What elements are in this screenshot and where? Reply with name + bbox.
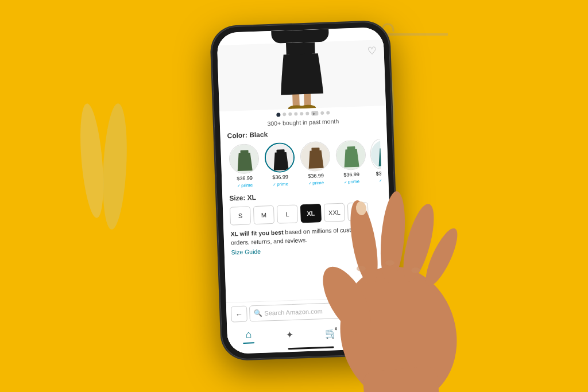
color-item-brown[interactable]: $36.99 ✓prime — [299, 141, 332, 186]
size-section: Size: XL S M L XL XXL 3XL — [229, 189, 384, 256]
home-active-indicator — [243, 342, 255, 344]
prime-badge-teal: ✓ — [378, 178, 381, 183]
phone-outer: ♡ ▶ — [211, 21, 400, 359]
prime-badge-green: ✓prime — [237, 183, 253, 188]
product-image-area: ♡ — [217, 40, 386, 111]
screen-content: ♡ ▶ — [216, 27, 394, 354]
size-selected-label: XL — [247, 193, 256, 202]
color-swatch-teal[interactable] — [370, 139, 382, 169]
color-price-green: $36.99 — [237, 175, 253, 181]
carousel-dot-5[interactable] — [300, 112, 303, 115]
nav-tab-menu[interactable]: ☰ — [369, 325, 378, 338]
carousel-dot-3[interactable] — [288, 112, 292, 115]
color-options: $36.99 ✓prime — [227, 139, 382, 188]
size-btn-l[interactable]: L — [277, 204, 298, 223]
phone: ♡ ▶ — [211, 21, 400, 359]
phone-screen: ♡ ▶ — [216, 27, 394, 354]
carousel-dot-play[interactable]: ▶ — [311, 111, 318, 115]
product-image — [274, 41, 328, 109]
hamburger-menu-icon: ☰ — [369, 325, 378, 338]
svg-rect-34 — [362, 366, 440, 392]
color-selected: Black — [249, 130, 268, 139]
ai-sparkle-icon: ✦ — [286, 329, 294, 340]
svg-rect-21 — [347, 146, 355, 150]
search-extras: ⊙ 🎤 — [368, 305, 384, 313]
color-item-green[interactable]: $36.99 ✓prime — [227, 143, 261, 188]
voice-search-icon[interactable]: 🎤 — [376, 305, 384, 313]
cart-badge: 0 — [332, 325, 339, 332]
nav-tab-home[interactable]: ⌂ — [243, 328, 255, 344]
svg-rect-19 — [311, 148, 319, 152]
color-price-brown: $36.99 — [308, 172, 324, 178]
size-btn-3xl[interactable]: 3XL — [347, 202, 369, 221]
color-swatch-brown[interactable] — [300, 141, 331, 172]
camera-search-icon[interactable]: ⊙ — [368, 305, 373, 313]
color-swatch-black[interactable] — [264, 142, 295, 173]
svg-rect-17 — [276, 149, 284, 154]
carousel-dot-4[interactable] — [294, 112, 297, 115]
color-price-teal: $36 — [376, 170, 381, 177]
carousel-dot-8[interactable] — [320, 111, 324, 114]
size-label: Size: XL — [229, 189, 382, 202]
size-btn-xl[interactable]: XL — [300, 204, 322, 223]
svg-point-32 — [411, 267, 420, 273]
scroll-content: Color: Black — [220, 126, 392, 302]
size-recommendation: XL will fit you best based on millions o… — [230, 224, 384, 247]
color-item-black[interactable]: $36.99 ✓prime — [263, 142, 297, 187]
color-price-black: $36.99 — [272, 174, 288, 180]
search-icon: 🔍 — [253, 309, 262, 317]
prime-badge-lightgreen: ✓prime — [344, 178, 359, 184]
home-icon: ⌂ — [245, 328, 252, 340]
svg-rect-13 — [286, 42, 315, 55]
search-bar[interactable]: 🔍 Search Amazon.com ⊙ 🎤 — [249, 301, 389, 321]
prime-badge-black: ✓prime — [273, 181, 288, 187]
svg-point-29 — [420, 224, 463, 289]
svg-rect-15 — [240, 150, 248, 154]
size-btn-xxl[interactable]: XXL — [324, 203, 345, 222]
color-swatch-lightgreen[interactable] — [335, 139, 366, 170]
back-button[interactable]: ← — [231, 305, 247, 322]
search-placeholder: Search Amazon.com — [264, 306, 365, 316]
carousel-dot-2[interactable] — [283, 112, 286, 116]
color-item-lightgreen[interactable]: $36.99 ✓prime — [334, 139, 368, 185]
color-item-teal[interactable]: $36 ✓ — [370, 139, 382, 184]
carousel-dot-1[interactable] — [276, 112, 280, 116]
nav-tab-ai[interactable]: ✦ — [286, 329, 294, 340]
prime-badge-brown: ✓prime — [308, 180, 324, 185]
size-options: S M L XL XXL 3XL — [230, 201, 383, 225]
nav-tab-cart[interactable]: 🛒 0 — [324, 327, 338, 340]
phone-notch — [271, 29, 329, 43]
wishlist-button[interactable]: ♡ — [365, 44, 378, 57]
carousel-dot-6[interactable] — [305, 111, 309, 115]
color-price-lightgreen: $36.99 — [343, 171, 359, 177]
svg-point-28 — [397, 201, 440, 285]
size-btn-m[interactable]: M — [253, 205, 274, 224]
scene: ♡ ▶ — [0, 0, 588, 392]
carousel-dot-9[interactable] — [326, 111, 330, 114]
bottom-nav: ← 🔍 Search Amazon.com ⊙ 🎤 — [226, 296, 394, 354]
back-icon: ← — [235, 309, 243, 318]
color-swatch-green[interactable] — [229, 143, 260, 174]
size-btn-s[interactable]: S — [230, 206, 251, 225]
